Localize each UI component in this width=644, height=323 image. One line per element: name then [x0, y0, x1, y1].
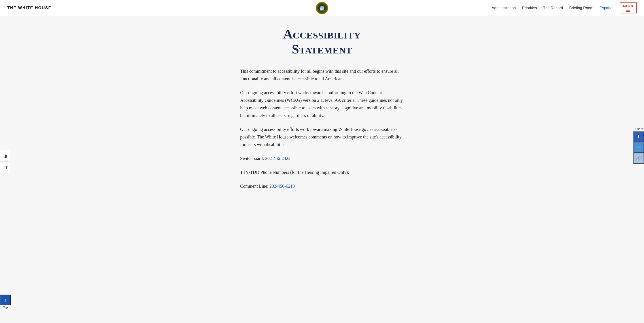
- title-line2: Statement: [292, 42, 352, 56]
- nav-espanol[interactable]: Español: [600, 6, 613, 10]
- paragraph-1: This commitment to accessibility for all…: [240, 67, 404, 82]
- contrast-toggle-button[interactable]: ◑: [0, 150, 10, 162]
- share-twitter-button[interactable]: 🐦: [633, 142, 644, 153]
- paragraph-3: Our ongoing accessibility efforts work t…: [240, 126, 404, 148]
- site-title: The White House: [7, 6, 52, 10]
- switchboard-line: Switchboard: 202-456-2322: [240, 154, 404, 162]
- share-label: Share: [635, 127, 644, 130]
- back-to-top: ↑ Top: [0, 294, 11, 310]
- text-size-button[interactable]: Tт: [0, 162, 10, 173]
- nav-briefing-room[interactable]: Briefing Room: [569, 6, 594, 10]
- main-content: Accessibility Statement This commitment …: [0, 16, 644, 323]
- comment-line-label: Comment Line:: [240, 184, 268, 188]
- link-icon: 🔗: [636, 155, 642, 161]
- contrast-icon: ◑: [3, 153, 7, 158]
- up-arrow-icon: ↑: [4, 297, 7, 303]
- left-tools: ◑ Tт: [0, 150, 10, 173]
- content-wrapper: Accessibility Statement This commitment …: [235, 16, 409, 214]
- nav-administration[interactable]: Administration: [492, 6, 516, 10]
- nav-the-record[interactable]: The Record: [543, 6, 563, 10]
- hamburger-icon: [626, 9, 630, 12]
- twitter-icon: 🐦: [636, 144, 642, 150]
- tty-label: TTY/TDD Phone Numbers (for the Hearing I…: [240, 168, 404, 176]
- share-link-button[interactable]: 🔗: [633, 153, 644, 164]
- white-house-seal: 🏛️: [316, 2, 328, 14]
- top-label: Top: [2, 305, 9, 310]
- text-size-icon: Tт: [3, 165, 8, 170]
- seal-icon: 🏛️: [319, 5, 325, 11]
- title-line1: Accessibility: [283, 27, 361, 42]
- switchboard-number[interactable]: 202-456-2322: [265, 156, 290, 161]
- share-sidebar: Share f 🐦 🔗: [633, 127, 644, 164]
- back-to-top-button[interactable]: ↑: [0, 294, 11, 305]
- header-center: 🏛️: [316, 2, 328, 14]
- facebook-icon: f: [638, 134, 640, 139]
- comment-line-number[interactable]: 202-456-6213: [270, 184, 295, 188]
- menu-label: MENU: [623, 4, 633, 8]
- main-nav: Administration Priorities The Record Bri…: [492, 2, 637, 14]
- header-left: The White House: [7, 6, 52, 10]
- share-facebook-button[interactable]: f: [633, 131, 644, 142]
- comment-line: Comment Line: 202-456-6213: [240, 182, 404, 190]
- switchboard-label: Switchboard:: [240, 156, 264, 161]
- site-header: The White House 🏛️ Administration Priori…: [0, 0, 644, 16]
- page-title: Accessibility Statement: [240, 27, 404, 56]
- nav-priorities[interactable]: Priorities: [522, 6, 537, 10]
- menu-button[interactable]: MENU: [620, 2, 637, 14]
- paragraph-2: Our ongoing accessibility effort works t…: [240, 89, 404, 119]
